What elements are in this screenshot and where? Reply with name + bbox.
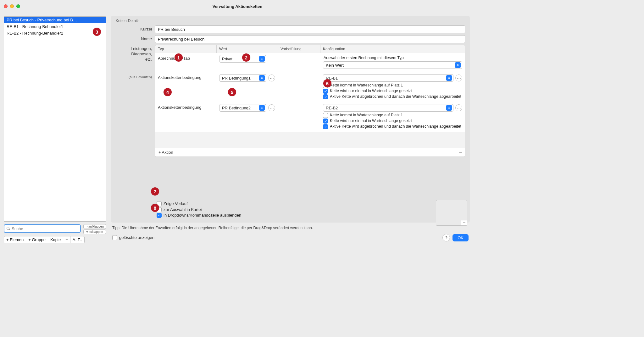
dropdown-hide-checkbox[interactable] (157, 213, 162, 218)
help-button[interactable]: ? (442, 234, 450, 241)
wert-more-button[interactable]: ⋯ (268, 75, 275, 81)
list-item[interactable]: PR bei Besuch - Privatrechung bei B… (4, 17, 106, 23)
config-checkbox[interactable] (323, 124, 328, 129)
kuerzel-field[interactable]: PR bei Besuch (155, 25, 465, 33)
list-item[interactable]: RE-B1 - Rechnung-Behandler1 (4, 23, 106, 30)
name-label: Name (116, 35, 152, 41)
config-checkbox[interactable] (323, 89, 328, 94)
konf-more-button[interactable]: ⋯ (455, 104, 462, 111)
config-checkbox[interactable] (323, 113, 328, 118)
search-input-wrapper[interactable] (4, 224, 81, 233)
table-row[interactable]: Abrechnungs-TabPrivatAuswahl der ersten … (155, 53, 465, 72)
konf-select[interactable]: RE-B1 (323, 74, 453, 82)
typ-cell: Abrechnungs-Tab (155, 55, 217, 70)
sort-button[interactable]: A..Z↓ (70, 236, 85, 243)
annotation-badge: 7 (151, 187, 159, 196)
typ-cell: Aktionskettenbedingung (155, 104, 217, 130)
add-action-button[interactable]: + Aktion (155, 148, 456, 157)
details-panel: Ketten-Details Kürzel PR bei Besuch Name… (111, 16, 470, 223)
name-field[interactable]: Privatrechung bei Besuch (155, 35, 465, 43)
config-check-label: Kette kommt in Warteschlange auf Platz 1 (330, 83, 403, 88)
add-group-button[interactable]: + Gruppe (26, 236, 48, 243)
verlauf-label: Zeige Verlauf (164, 201, 188, 206)
tip-text: Tipp: Die Übernahme der Favoriten erfolg… (111, 223, 470, 232)
dropdown-hide-label: in Dropdowns/Kommandozeile ausblenden (164, 213, 241, 218)
kartei-label: zur Auswahl in Kartei (164, 207, 202, 212)
config-check-label: Kette wird nur einmal in Warteschlange g… (330, 89, 412, 94)
table-row[interactable]: AktionskettenbedingungPR Bedingung2⋯RE-B… (155, 102, 465, 132)
add-element-button[interactable]: + Elemen (4, 236, 26, 243)
remove-button[interactable]: − (63, 236, 70, 243)
annotation-badge: 4 (164, 88, 172, 96)
copy-button[interactable]: Kopie (48, 236, 63, 243)
col-vorbefuellung[interactable]: Vorbefüllung (278, 45, 320, 53)
annotation-badge: 6 (323, 79, 331, 87)
typ-cell: Aktionskettenbedingung (155, 74, 217, 100)
actions-table: Typ Wert Vorbefüllung Konfiguration Abre… (155, 45, 465, 157)
list-item[interactable]: RE-B2 - Rechnung-Behandler2 (4, 30, 106, 36)
preview-box: − (436, 200, 467, 226)
favoriten-label: (aus Favoriten) (116, 75, 152, 79)
collapse-button[interactable]: v zuklappen (83, 229, 106, 234)
remove-action-button[interactable]: − (456, 148, 465, 157)
window-title: Verwaltung Aktionsketten (0, 4, 475, 9)
show-deleted-label: gelöschte anzeigen (119, 235, 154, 240)
config-check-label: Aktive Kette wird abgebrochen und danach… (330, 124, 461, 129)
expand-button[interactable]: > aufklappen (83, 224, 106, 229)
config-check-label: Kette kommt in Warteschlange auf Platz 1 (330, 113, 403, 118)
config-checkbox[interactable] (323, 119, 328, 124)
kuerzel-label: Kürzel (116, 25, 152, 31)
search-icon (6, 226, 10, 231)
wert-select[interactable]: PR Bedingung1 (219, 74, 266, 82)
konf-more-button[interactable]: ⋯ (455, 75, 462, 81)
wert-select[interactable]: PR Bedingung2 (219, 104, 266, 112)
annotation-badge: 2 (242, 53, 250, 62)
annotation-badge: 1 (175, 53, 183, 62)
search-input[interactable] (12, 226, 78, 231)
annotation-badge: 5 (228, 88, 236, 96)
ok-button[interactable]: OK (452, 234, 469, 241)
konf-select[interactable]: Kein Wert (323, 61, 462, 69)
col-wert[interactable]: Wert (217, 45, 278, 53)
config-check-label: Kette wird nur einmal in Warteschlange g… (330, 119, 412, 124)
konf-select[interactable]: RE-B2 (323, 104, 453, 112)
sidebar: PR bei Besuch - Privatrechung bei B… RE-… (0, 13, 108, 247)
config-checkbox[interactable] (323, 94, 328, 99)
table-row[interactable]: AktionskettenbedingungPR Bedingung1⋯RE-B… (155, 72, 465, 102)
show-deleted-checkbox[interactable] (112, 235, 117, 240)
konf-desc: Auswahl der ersten Rechnung mit diesem T… (323, 55, 462, 61)
col-typ[interactable]: Typ (155, 45, 217, 53)
wert-more-button[interactable]: ⋯ (268, 104, 275, 111)
col-konfiguration[interactable]: Konfiguration (320, 45, 465, 53)
config-check-label: Aktive Kette wird abgebrochen und danach… (330, 94, 461, 99)
preview-minus-button[interactable]: − (461, 220, 467, 226)
annotation-badge: 8 (151, 204, 159, 212)
group-title: Ketten-Details (116, 19, 465, 23)
annotation-badge: 3 (93, 28, 101, 36)
chain-list[interactable]: PR bei Besuch - Privatrechung bei B… RE-… (4, 16, 106, 222)
sidebar-toolbar: + Elemen + Gruppe Kopie − A..Z↓ (4, 236, 106, 243)
titlebar: Verwaltung Aktionsketten (0, 0, 475, 13)
leistungen-label: Leistungen, Diagnosen, etc. (aus Favorit… (116, 45, 152, 79)
